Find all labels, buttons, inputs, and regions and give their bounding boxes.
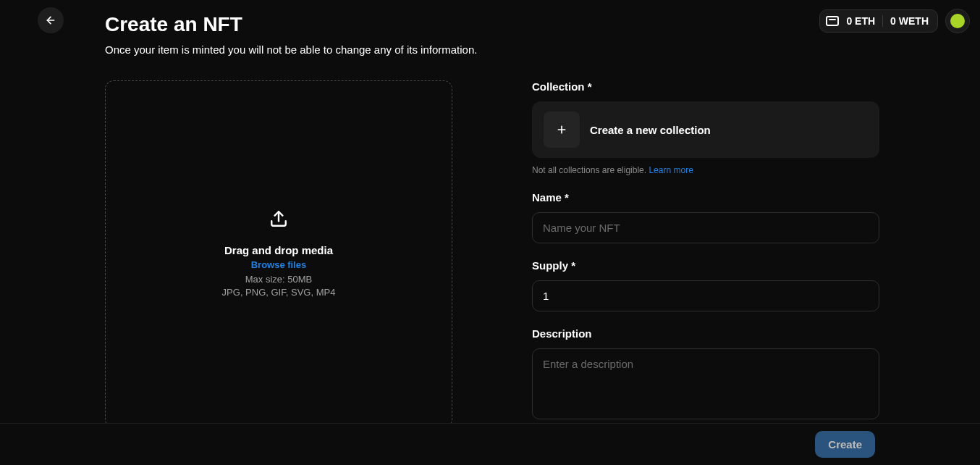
name-field: Name *: [532, 191, 879, 243]
supply-label: Supply *: [532, 259, 879, 272]
supply-input[interactable]: [532, 280, 879, 311]
wallet-balance[interactable]: 0 ETH 0 WETH: [819, 9, 938, 33]
left-column: Drag and drop media Browse files Max siz…: [105, 80, 452, 438]
avatar-dot: [950, 14, 965, 28]
avatar[interactable]: [945, 9, 970, 33]
card-icon: [826, 16, 839, 26]
create-button[interactable]: Create: [815, 431, 875, 458]
form-columns: Drag and drop media Browse files Max siz…: [105, 80, 875, 438]
dropzone-formats: JPG, PNG, GIF, SVG, MP4: [222, 286, 336, 299]
main-content: Create an NFT Once your item is minted y…: [0, 0, 980, 438]
collection-note-text: Not all collections are eligible.: [532, 165, 646, 175]
media-dropzone[interactable]: Drag and drop media Browse files Max siz…: [105, 80, 452, 428]
browse-files-link[interactable]: Browse files: [251, 259, 307, 270]
wallet-divider: [882, 15, 883, 27]
upload-icon: [269, 209, 288, 231]
description-field: Description: [532, 327, 879, 422]
name-input[interactable]: [532, 212, 879, 243]
collection-field: Collection * Create a new collection Not…: [532, 80, 879, 175]
description-label: Description: [532, 327, 879, 340]
name-label: Name *: [532, 191, 879, 204]
plus-icon: [544, 112, 580, 148]
create-collection-text: Create a new collection: [590, 124, 711, 136]
collection-note: Not all collections are eligible. Learn …: [532, 165, 879, 175]
page-title: Create an NFT: [105, 13, 875, 36]
arrow-left-icon: [45, 14, 56, 26]
dropzone-title: Drag and drop media: [224, 244, 333, 256]
wallet-eth-text: 0 ETH: [846, 15, 875, 27]
footer: Create: [0, 423, 980, 465]
back-button[interactable]: [38, 7, 64, 33]
page-subtitle: Once your item is minted you will not be…: [105, 43, 875, 56]
header-right: 0 ETH 0 WETH: [819, 9, 970, 33]
right-column: Collection * Create a new collection Not…: [532, 80, 879, 438]
dropzone-maxsize: Max size: 50MB: [245, 273, 312, 286]
wallet-weth-text: 0 WETH: [890, 15, 929, 27]
description-input[interactable]: [532, 348, 879, 419]
create-collection-card[interactable]: Create a new collection: [532, 101, 879, 158]
learn-more-link[interactable]: Learn more: [649, 165, 693, 175]
collection-label: Collection *: [532, 80, 879, 93]
supply-field: Supply *: [532, 259, 879, 311]
